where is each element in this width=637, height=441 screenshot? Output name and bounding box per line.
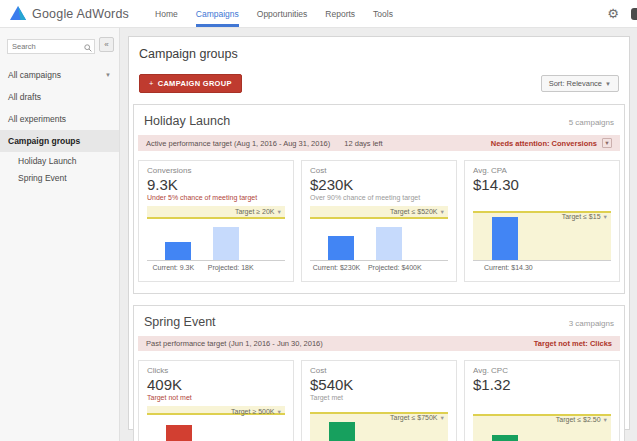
banner-target-text: Past performance target (Jun 1, 2016 - J…	[146, 339, 323, 348]
group-name: Holiday Launch	[144, 114, 230, 128]
target-dropdown[interactable]: Target ≥ 500K▼	[231, 408, 282, 415]
sidebar-item-spring-event[interactable]: Spring Event	[0, 169, 119, 186]
sidebar-item-label: Holiday Launch	[18, 156, 77, 166]
metric-card-clicks: Clicks409KTarget not metTarget ≥ 500K▼Ac…	[138, 360, 294, 441]
brand-title: Google AdWords	[32, 0, 129, 27]
metrics-row: Conversions9.3KUnder 5% chance of meetin…	[134, 151, 624, 293]
metric-card-cost: Cost$230KOver 90% chance of meeting targ…	[301, 160, 457, 282]
banner-target-text: Active performance target (Aug 1, 2016 -…	[146, 139, 330, 148]
nav-opportunities[interactable]: Opportunities	[257, 0, 308, 27]
banner-status-text: Needs attention: Conversions	[491, 139, 597, 148]
bar-labels: Current: 9.3KProjected: 18K	[147, 264, 285, 274]
add-campaign-group-button[interactable]: +CAMPAIGN GROUP	[139, 74, 242, 93]
metrics-row: Clicks409KTarget not metTarget ≥ 500K▼Ac…	[134, 351, 624, 441]
sidebar-item-label: Spring Event	[18, 173, 67, 183]
chevron-down-icon: ▼	[105, 72, 111, 78]
controls-row: +CAMPAIGN GROUP Sort: Relevance▼	[139, 74, 619, 93]
metric-label: Avg. CPC	[473, 366, 611, 375]
groups-container: Holiday Launch5 campaignsActive performa…	[129, 104, 629, 441]
campaign-group-spring-event: Spring Event3 campaignsPast performance …	[133, 305, 625, 441]
metric-bar-chart: Target ≥ 500K▼	[147, 406, 285, 441]
sidebar-item-all-experiments[interactable]: All experiments	[0, 108, 119, 130]
metric-bar-chart: Target ≤ $15▼	[473, 206, 611, 261]
sidebar-collapse-button[interactable]: «	[99, 37, 114, 52]
campaign-groups-panel: Campaign groups +CAMPAIGN GROUP Sort: Re…	[128, 36, 630, 430]
sidebar-item-all-drafts[interactable]: All drafts	[0, 86, 119, 108]
bar-labels: Current: $230KProjected: $400K	[310, 264, 448, 274]
nav-reports[interactable]: Reports	[325, 0, 355, 27]
metric-subtitle	[473, 194, 611, 203]
topbar-spacer	[393, 0, 607, 27]
chevron-down-icon: ▼	[277, 209, 282, 215]
search-input[interactable]	[7, 39, 95, 54]
metric-value: 9.3K	[147, 176, 285, 193]
metric-value: $14.30	[473, 176, 611, 193]
chart-bar	[213, 227, 239, 260]
metric-bar-chart: Target ≤ $750K▼	[310, 406, 448, 441]
sidebar-item-label: All drafts	[8, 92, 41, 102]
metric-label: Avg. CPA	[473, 166, 611, 175]
group-name: Spring Event	[144, 315, 216, 329]
metric-subtitle: Over 90% chance of meeting target	[310, 194, 448, 203]
target-dropdown[interactable]: Target ≤ $15▼	[562, 213, 608, 220]
chevron-down-icon: ▼	[440, 209, 445, 215]
sidebar-item-holiday-launch[interactable]: Holiday Launch	[0, 152, 119, 169]
adwords-logo-icon	[10, 0, 26, 27]
chevron-down-icon: ▼	[277, 409, 282, 415]
banner-days-left: 12 days left	[344, 139, 382, 148]
metric-subtitle	[473, 394, 611, 403]
metric-label: Cost	[310, 366, 448, 375]
performance-target-banner: Active performance target (Aug 1, 2016 -…	[138, 135, 620, 151]
chevron-down-icon: ▼	[440, 415, 445, 421]
bar-value-label: Projected: $400K	[368, 264, 422, 271]
sidebar-item-campaign-groups[interactable]: Campaign groups	[0, 130, 119, 152]
campaign-group-holiday-launch: Holiday Launch5 campaignsActive performa…	[133, 104, 625, 294]
metric-label: Clicks	[147, 366, 285, 375]
chart-bar	[376, 227, 402, 260]
banner-status-text: Target not met: Clicks	[534, 339, 612, 348]
metric-subtitle: Target met	[310, 394, 448, 403]
chevron-down-icon: ▼	[605, 81, 611, 87]
nav-home[interactable]: Home	[155, 0, 178, 27]
performance-target-banner: Past performance target (Jun 1, 2016 - J…	[138, 336, 620, 351]
metric-card-cost: Cost$540KTarget metTarget ≤ $750K▼Actual…	[301, 360, 457, 441]
metric-label: Conversions	[147, 166, 285, 175]
chevron-down-icon: ▼	[603, 214, 608, 220]
metric-value: 409K	[147, 376, 285, 393]
metric-value: $540K	[310, 376, 448, 393]
sort-dropdown[interactable]: Sort: Relevance▼	[541, 75, 619, 92]
metric-value: $1.32	[473, 376, 611, 393]
chart-bar	[328, 236, 354, 260]
sidebar-list: All campaigns ▼ All drafts All experimen…	[0, 64, 119, 186]
gear-icon[interactable]: ⚙	[607, 0, 619, 27]
sidebar-item-label: All experiments	[8, 114, 66, 124]
group-campaign-count: 5 campaigns	[569, 118, 614, 127]
add-campaign-group-label: CAMPAIGN GROUP	[158, 79, 232, 88]
group-header: Spring Event3 campaigns	[134, 306, 624, 336]
target-dropdown[interactable]: Target ≤ $2.50▼	[556, 416, 608, 423]
sidebar-search-row: «	[0, 28, 119, 60]
chart-bar	[329, 422, 355, 441]
group-campaign-count: 3 campaigns	[569, 319, 614, 328]
metric-bar-chart: Target ≤ $2.50▼	[473, 406, 611, 441]
target-dropdown[interactable]: Target ≥ 20K▼	[235, 208, 282, 215]
notification-icon[interactable]	[631, 8, 637, 20]
nav-campaigns[interactable]: Campaigns	[196, 0, 239, 27]
bar-value-label: Current: 9.3K	[153, 264, 195, 271]
bar-value-label: Current: $14.30	[484, 264, 533, 271]
target-dropdown[interactable]: Target ≤ $520K▼	[390, 208, 445, 215]
metric-value: $230K	[310, 176, 448, 193]
metric-subtitle: Target not met	[147, 394, 285, 403]
chevron-down-icon[interactable]: ▼	[602, 138, 612, 148]
chevron-down-icon: ▼	[603, 417, 608, 423]
search-box	[7, 35, 95, 54]
nav-tools[interactable]: Tools	[373, 0, 393, 27]
metric-card-avg-cpa: Avg. CPA$14.30Target ≤ $15▼Current: $14.…	[464, 160, 620, 282]
metric-bar-chart: Target ≤ $520K▼	[310, 206, 448, 261]
group-header: Holiday Launch5 campaigns	[134, 105, 624, 135]
main-nav: Home Campaigns Opportunities Reports Too…	[155, 0, 393, 27]
target-dropdown[interactable]: Target ≤ $750K▼	[390, 414, 445, 421]
sidebar-item-all-campaigns[interactable]: All campaigns ▼	[0, 64, 119, 86]
bar-value-label: Current: $230K	[313, 264, 360, 271]
top-bar: Google AdWords Home Campaigns Opportunit…	[0, 0, 637, 28]
